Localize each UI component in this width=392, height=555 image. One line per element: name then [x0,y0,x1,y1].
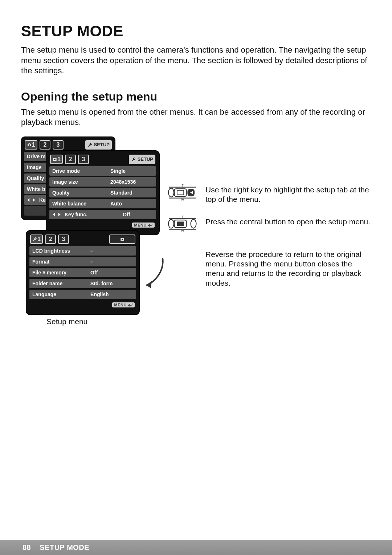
tab-label: 1 [37,236,41,242]
row-value: – [90,259,133,265]
menu-row: QualityStandard [49,188,156,197]
row-label: Folder name [32,281,87,286]
menu-row: Key func.Off [49,210,156,219]
wrench-icon [131,157,136,162]
tab-rec-3: 3 [78,155,89,164]
svg-marker-1 [27,198,29,202]
row-label: Quality [52,190,107,196]
controller-right-key-icon: T W [166,184,199,202]
tab-setup: SETUP [85,140,112,150]
wrench-icon [87,142,93,147]
svg-marker-2 [33,198,35,202]
svg-rect-13 [177,190,184,195]
menu-row: File # memoryOff [29,268,136,277]
menu-row: Format– [29,257,136,266]
footer-title: SETUP MODE [40,543,89,552]
row-value: Single [110,168,153,174]
tab-recording [109,234,135,244]
camera-icon [52,157,57,162]
row-value: Auto [110,201,153,207]
page-title: SETUP MODE [21,23,371,40]
menu-row: LanguageEnglish [29,290,136,299]
row-value: 2048x1536 [110,179,153,185]
row-label: Format [32,259,87,265]
tab-label: 1 [32,142,35,148]
row-label: Language [32,291,87,297]
row-label: LCD brightness [32,248,87,254]
tab-label: 1 [57,156,61,163]
page-number: 88 [23,543,31,552]
svg-point-0 [29,144,30,146]
tab-setup-2: 2 [45,234,56,244]
menu-row: Image size2048x1536 [49,177,156,187]
tab-setup: SETUP [129,155,155,164]
tab-setup-1: 1 [30,234,43,244]
menu-badge: MENU [132,223,155,228]
svg-rect-12 [175,189,187,196]
setup-menu: 1 2 3 LCD brightness– Format– File # mem… [26,231,139,314]
row-value: – [90,248,133,254]
camera-icon [120,237,125,242]
row-value: Standard [110,190,153,196]
page-footer: 88 SETUP MODE [0,540,392,555]
return-icon [128,303,132,307]
svg-marker-5 [58,213,61,216]
tab-rec-1: 1 [25,140,37,150]
svg-text:W: W [181,198,184,201]
recording-menu-front: 1 2 3 SETUP Drive modeSingle Image size2… [46,151,159,234]
wrench-icon [32,237,37,242]
svg-point-11 [168,188,174,197]
row-value: Off [123,212,153,217]
tab-rec-3: 3 [53,140,64,150]
curved-arrow-icon [141,256,166,293]
row-label: White balance [52,201,107,207]
section-heading: Opening the setup menu [21,90,371,103]
row-label: Key func. [65,212,119,217]
camera-icon [27,142,32,147]
figure-caption: Setup menu [46,317,87,326]
row-label: Drive mode [52,168,107,174]
menu-label: MENU [134,223,147,227]
svg-rect-22 [177,221,184,226]
row-value: English [90,291,133,297]
controller-center-button-icon: T W [166,216,199,233]
instruction-step-1: Use the right key to highlight the setup… [205,185,371,204]
instruction-step-3: Reverse the procedure to return to the o… [205,250,371,288]
intro-paragraph: The setup menu is used to control the ca… [21,45,371,76]
instruction-step-2: Press the central button to open the set… [205,217,370,227]
tab-rec-1: 1 [50,155,63,164]
svg-point-3 [54,159,56,160]
tab-setup-3: 3 [58,234,69,244]
left-right-arrows-icon [52,212,61,217]
menu-row: White balanceAuto [49,199,156,208]
svg-point-20 [168,219,174,228]
row-label: Image size [52,179,107,185]
row-label: File # memory [32,270,87,276]
figure-area: 1 2 3 SETUP Drive m Image Quality White … [21,136,371,325]
return-icon [148,223,152,227]
svg-point-6 [122,239,123,240]
svg-text:T: T [181,216,183,219]
menu-row: Drive modeSingle [49,166,156,176]
menu-label: MENU [114,303,127,307]
tab-rec-2: 2 [40,140,50,150]
menu-badge: MENU [112,302,135,307]
svg-marker-4 [53,213,55,216]
svg-point-23 [191,219,196,228]
left-right-arrows-icon [27,198,36,202]
menu-row: LCD brightness– [29,246,136,256]
tab-rec-2: 2 [65,155,76,164]
row-value: Std. form [90,281,133,286]
svg-text:T: T [181,184,183,187]
row-value: Off [90,270,133,276]
section-intro: The setup menu is opened from the other … [21,107,371,128]
menu-row: Folder nameStd. form [29,279,136,288]
svg-text:W: W [181,229,184,232]
tab-label: SETUP [138,156,153,162]
tab-label: SETUP [94,142,110,147]
